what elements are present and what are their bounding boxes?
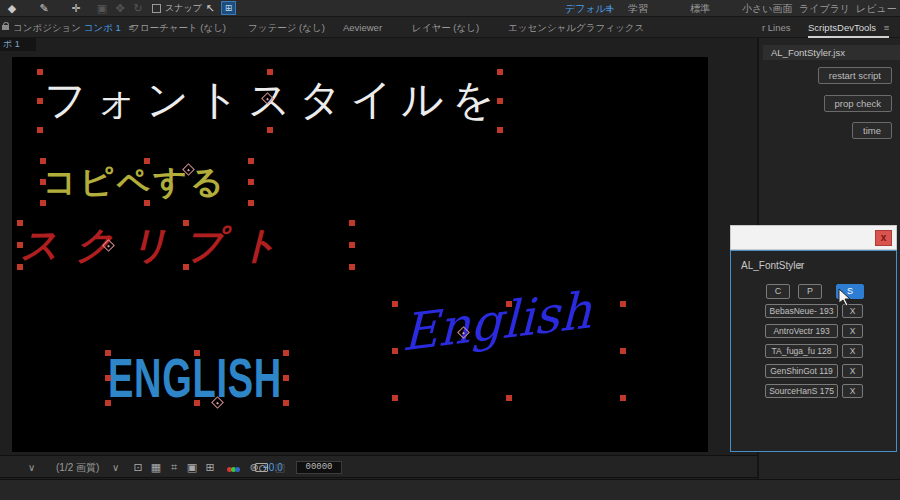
mask-visibility-icon[interactable]: ⌗ [166, 456, 182, 479]
rotobrush-tool-icon[interactable]: ✎ [34, 0, 54, 17]
zoom-dropdown[interactable]: ∨ [28, 456, 35, 479]
workspace-tab-review[interactable]: レビュー [856, 0, 897, 17]
selection-handle[interactable] [37, 127, 43, 133]
composition-viewer[interactable]: フォントスタイルを コピペする スクリプト ENGLISH English [12, 57, 708, 452]
selection-handle[interactable] [105, 350, 111, 356]
selection-handle[interactable] [497, 69, 503, 75]
timecode-field[interactable]: 00000 [296, 461, 342, 474]
selection-handle[interactable] [248, 158, 254, 164]
selection-handle[interactable] [183, 264, 189, 270]
region-of-interest-icon[interactable]: ⊡ [130, 456, 146, 479]
jp-script-text: スクリプト [20, 223, 352, 267]
tab-essential-graphics[interactable]: エッセンシャルグラフィックス [508, 17, 644, 38]
selection-handle[interactable] [144, 158, 150, 164]
prop-check-button[interactable]: prop check [824, 95, 892, 112]
tab-layer[interactable]: レイヤー (なし) [412, 17, 479, 38]
tab-composition[interactable]: コンポジション コンポ 1 ≡ [13, 17, 134, 38]
selection-handle[interactable] [283, 400, 289, 406]
selection-handle[interactable] [620, 301, 626, 307]
channel-rgb-icon[interactable] [228, 457, 240, 480]
remove-font-button[interactable]: X [842, 344, 863, 358]
font-item-button[interactable]: AntroVectr 193 [765, 324, 838, 338]
selection-handle[interactable] [392, 301, 398, 307]
font-item-button[interactable]: BebasNeue- 193 [765, 304, 838, 318]
font-item-button[interactable]: SourceHanS 175 [765, 384, 838, 398]
close-icon[interactable]: x [875, 230, 892, 246]
selection-handle[interactable] [392, 395, 398, 401]
selection-handle[interactable] [248, 179, 254, 185]
checkbox-icon[interactable] [152, 4, 161, 13]
tab-footage[interactable]: フッテージ (なし) [248, 17, 325, 38]
restart-script-button[interactable]: restart script [818, 67, 892, 84]
text-layer-jp-script[interactable]: スクリプト [20, 223, 352, 267]
selection-handle[interactable] [183, 220, 189, 226]
remove-font-button[interactable]: X [842, 364, 863, 378]
tab-flowchart[interactable]: フローチャート (なし) [130, 17, 226, 38]
font-styler-titlebar[interactable]: x [730, 225, 897, 250]
selection-handle[interactable] [497, 98, 503, 104]
font-item-button[interactable]: TA_fuga_fu 128 [765, 344, 838, 358]
text-layer-english-block[interactable]: ENGLISH [108, 353, 286, 403]
workspace-tab-learn[interactable]: 学習 [628, 0, 648, 17]
composition-mini-tab[interactable]: ポ 1 [0, 38, 36, 51]
composition-tab-label: コンポジション [13, 22, 81, 33]
selection-handle[interactable] [17, 264, 23, 270]
scripts-dev-tools-menu-icon[interactable]: ≡ [884, 22, 890, 33]
selection-handle[interactable] [620, 395, 626, 401]
snap-checkbox[interactable]: スナップ [152, 2, 202, 15]
selection-handle[interactable] [506, 395, 512, 401]
workspace-menu-icon[interactable]: ≡ [606, 0, 612, 17]
resolution-dropdown-caret[interactable]: ∨ [112, 456, 119, 479]
selection-handle[interactable] [267, 69, 273, 75]
workspace-tab-standard[interactable]: 標準 [690, 0, 710, 17]
selection-handle[interactable] [37, 69, 43, 75]
font-styler-menu-icon[interactable]: ≡ [797, 260, 803, 271]
selection-handle[interactable] [392, 348, 398, 354]
remove-font-button[interactable]: X [842, 384, 863, 398]
tab-scripts-dev-tools[interactable]: ScriptsDevTools ≡ [808, 17, 889, 38]
selection-handle[interactable] [349, 242, 355, 248]
selection-handle[interactable] [17, 220, 23, 226]
selection-handle[interactable] [506, 301, 512, 307]
pixel-aspect-icon[interactable]: ⊞ [202, 456, 218, 479]
selection-handle[interactable] [248, 200, 254, 206]
remove-font-button[interactable]: X [842, 324, 863, 338]
transparency-grid-icon[interactable]: ▦ [148, 456, 164, 479]
workspace-tab-library[interactable]: ライブラリ [799, 0, 850, 17]
guides-icon[interactable]: ▣ [184, 456, 200, 479]
selection-handle[interactable] [40, 200, 46, 206]
selection-handle[interactable] [267, 127, 273, 133]
text-layer-english-script[interactable]: English [395, 304, 623, 398]
selection-handle[interactable] [105, 400, 111, 406]
eraser-tool-icon[interactable]: ◆ [2, 0, 22, 17]
selection-handle[interactable] [40, 158, 46, 164]
english-block-text: ENGLISH [108, 353, 282, 403]
selection-handle[interactable] [349, 220, 355, 226]
text-layer-jp-copy[interactable]: コピペする [43, 161, 251, 203]
puppet-pin-tool-icon[interactable]: ✛ [66, 0, 86, 17]
snap-options-icon[interactable]: ⊞ [221, 1, 236, 15]
selection-handle[interactable] [17, 242, 23, 248]
time-button[interactable]: time [852, 122, 892, 139]
selection-handle[interactable] [349, 264, 355, 270]
selection-handle[interactable] [40, 179, 46, 185]
selection-handle[interactable] [283, 350, 289, 356]
selection-handle[interactable] [497, 127, 503, 133]
tab-r-lines[interactable]: r Lines [762, 17, 791, 38]
font-item-button[interactable]: GenShinGot 119 [765, 364, 838, 378]
copy-style-button[interactable]: C [766, 284, 790, 299]
workspace-tab-small-screen[interactable]: 小さい画面 [742, 0, 792, 17]
selection-handle[interactable] [194, 350, 200, 356]
selection-handle[interactable] [144, 200, 150, 206]
snapshot-camera-icon[interactable] [255, 463, 268, 472]
selection-handle[interactable] [194, 400, 200, 406]
resolution-dropdown[interactable]: (1/2 画質) [56, 456, 99, 479]
selection-handle[interactable] [620, 348, 626, 354]
tab-aeviewer[interactable]: Aeviewer [343, 17, 382, 38]
script-file-item[interactable]: AL_FontStyler.jsx [763, 45, 900, 60]
selection-handle[interactable] [37, 98, 43, 104]
selection-handle[interactable] [283, 375, 289, 381]
paste-style-button[interactable]: P [798, 284, 822, 299]
selection-handle[interactable] [105, 375, 111, 381]
expand-arrows-icon[interactable]: ↖ [200, 0, 220, 17]
